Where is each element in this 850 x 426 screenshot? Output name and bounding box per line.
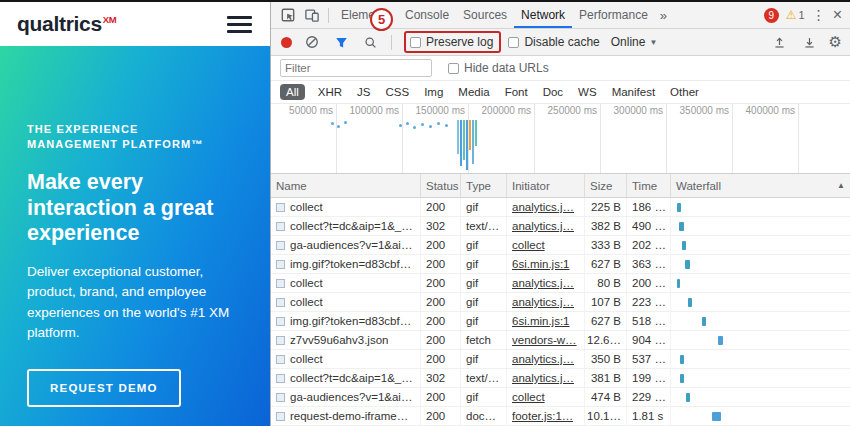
- table-row[interactable]: img.gif?token=d83cbf…200gif6si.min.js:16…: [271, 312, 850, 331]
- column-header-type[interactable]: Type: [461, 174, 507, 197]
- column-header-name[interactable]: Name: [271, 174, 421, 197]
- filter-pill-css[interactable]: CSS: [379, 84, 415, 100]
- throttling-dropdown[interactable]: Online ▼: [611, 35, 658, 49]
- import-har-icon[interactable]: [769, 32, 791, 52]
- network-table-header: Name Status Type Initiator Size Time Wat…: [271, 174, 850, 198]
- qualtrics-logo[interactable]: qualtricsXM: [17, 12, 116, 36]
- device-toolbar-icon[interactable]: [301, 5, 323, 25]
- table-row[interactable]: img.gif?token=d83cbf…200gif6si.min.js:16…: [271, 255, 850, 274]
- filter-pill-all[interactable]: All: [280, 84, 305, 100]
- export-har-icon[interactable]: [799, 32, 821, 52]
- initiator-link[interactable]: analytics.j…: [512, 220, 574, 232]
- tab-network[interactable]: Network: [514, 2, 572, 28]
- overview-dot: [344, 121, 347, 124]
- file-icon: [276, 222, 285, 231]
- warning-count-badge[interactable]: ⚠ 1: [786, 8, 805, 22]
- tab-console[interactable]: Console: [398, 2, 456, 28]
- cell-name: z7vv59u6ahv3.json: [271, 331, 421, 349]
- clear-icon[interactable]: [301, 32, 323, 52]
- table-row[interactable]: collect200gifanalytics.j…107 B223 …: [271, 293, 850, 312]
- initiator-link[interactable]: collect: [512, 239, 545, 251]
- initiator-link[interactable]: analytics.j…: [512, 296, 574, 308]
- cell-name: img.gif?token=d83cbf…: [271, 255, 421, 273]
- tab-performance[interactable]: Performance: [572, 2, 655, 28]
- cell-waterfall: [671, 217, 850, 235]
- initiator-link[interactable]: footer.js:1…: [512, 410, 573, 422]
- hero-headline: Make every interaction a great experienc…: [27, 170, 254, 247]
- filter-icon[interactable]: [330, 32, 352, 52]
- filter-pill-font[interactable]: Font: [499, 84, 534, 100]
- waterfall-bar: [685, 260, 690, 269]
- tab-sources[interactable]: Sources: [456, 2, 514, 28]
- more-tabs-chevron-icon[interactable]: »: [657, 8, 670, 23]
- time-label: 150000 ms: [403, 104, 469, 118]
- filter-pill-ws[interactable]: WS: [572, 84, 603, 100]
- initiator-link[interactable]: analytics.j…: [512, 277, 574, 289]
- overview-dot: [421, 123, 424, 126]
- checkbox-box: [508, 37, 519, 48]
- overview-dot: [437, 122, 440, 125]
- search-icon[interactable]: [359, 32, 381, 52]
- request-name: collect: [290, 277, 323, 289]
- logo-text: qualtrics: [17, 12, 102, 35]
- table-row[interactable]: collect?t=dc&aip=1&_…302text/…analytics.…: [271, 217, 850, 236]
- filter-pill-manifest[interactable]: Manifest: [606, 84, 661, 100]
- cell-size: 474 B: [585, 388, 627, 406]
- filter-pill-xhr[interactable]: XHR: [312, 84, 348, 100]
- cell-time: 363 …: [627, 255, 671, 273]
- column-header-size[interactable]: Size: [585, 174, 627, 197]
- initiator-link[interactable]: analytics.j…: [512, 353, 574, 365]
- tabbar-right: 9 ⚠ 1 ⋮ ×: [764, 7, 844, 23]
- table-row[interactable]: collect200gifanalytics.j…350 B537 …: [271, 350, 850, 369]
- column-header-initiator[interactable]: Initiator: [507, 174, 585, 197]
- filter-pill-other[interactable]: Other: [664, 84, 705, 100]
- initiator-link[interactable]: analytics.j…: [512, 201, 574, 213]
- cell-type: fetch: [461, 331, 507, 349]
- checkbox-box: [410, 37, 421, 48]
- preserve-log-checkbox[interactable]: Preserve log: [404, 31, 501, 53]
- logo-sup-xm: XM: [103, 14, 117, 25]
- disable-cache-checkbox[interactable]: Disable cache: [508, 35, 599, 49]
- hamburger-menu-icon[interactable]: [224, 13, 255, 36]
- cell-status: 200: [421, 312, 461, 330]
- initiator-link[interactable]: collect: [512, 391, 545, 403]
- devtools-menu-icon[interactable]: ⋮: [812, 7, 826, 23]
- initiator-link[interactable]: vendors-w…: [512, 334, 577, 346]
- filter-pill-media[interactable]: Media: [452, 84, 495, 100]
- hide-data-urls-label: Hide data URLs: [464, 61, 549, 75]
- time-label: 350000 ms: [667, 104, 733, 118]
- file-icon: [276, 298, 285, 307]
- cell-status: 200: [421, 388, 461, 406]
- filter-pill-img[interactable]: Img: [418, 84, 449, 100]
- cell-time: 202 …: [627, 236, 671, 254]
- cell-time: 229 …: [627, 388, 671, 406]
- inspect-element-icon[interactable]: [277, 5, 299, 25]
- table-row[interactable]: z7vv59u6ahv3.json200fetchvendors-w…12.6……: [271, 331, 850, 350]
- table-row[interactable]: ga-audiences?v=1&ai…200gifcollect333 B20…: [271, 236, 850, 255]
- hide-data-urls-checkbox[interactable]: Hide data URLs: [448, 61, 549, 75]
- devtools-close-icon[interactable]: ×: [833, 7, 842, 23]
- table-row[interactable]: ga-audiences?v=1&ai…200gifcollect474 B22…: [271, 388, 850, 407]
- waterfall-bar: [677, 203, 681, 212]
- error-count-badge[interactable]: 9: [764, 8, 779, 23]
- column-header-time[interactable]: Time: [627, 174, 671, 197]
- table-row[interactable]: collect200gifanalytics.j…80 B200 …: [271, 274, 850, 293]
- filter-pill-doc[interactable]: Doc: [537, 84, 569, 100]
- divider: [391, 35, 392, 50]
- table-row[interactable]: request-demo-iframe…200doc…footer.js:1…1…: [271, 407, 850, 426]
- initiator-link[interactable]: analytics.j…: [512, 372, 574, 384]
- record-button[interactable]: [281, 37, 292, 48]
- filter-pill-js[interactable]: JS: [351, 84, 376, 100]
- overview-dot: [399, 124, 402, 127]
- settings-gear-icon[interactable]: ⚙: [829, 33, 842, 51]
- cell-initiator: 6si.min.js:1: [507, 312, 585, 330]
- initiator-link[interactable]: 6si.min.js:1: [512, 258, 570, 270]
- table-row[interactable]: collect200gifanalytics.j…225 B186 …: [271, 198, 850, 217]
- filter-input[interactable]: [280, 59, 432, 77]
- request-demo-button[interactable]: REQUEST DEMO: [27, 369, 181, 407]
- network-overview[interactable]: 50000 ms100000 ms150000 ms200000 ms25000…: [271, 104, 850, 174]
- initiator-link[interactable]: 6si.min.js:1: [512, 315, 570, 327]
- column-header-status[interactable]: Status: [421, 174, 461, 197]
- column-header-waterfall[interactable]: Waterfall ▲: [671, 174, 850, 197]
- table-row[interactable]: collect?t=dc&aip=1&_…302text/…analytics.…: [271, 369, 850, 388]
